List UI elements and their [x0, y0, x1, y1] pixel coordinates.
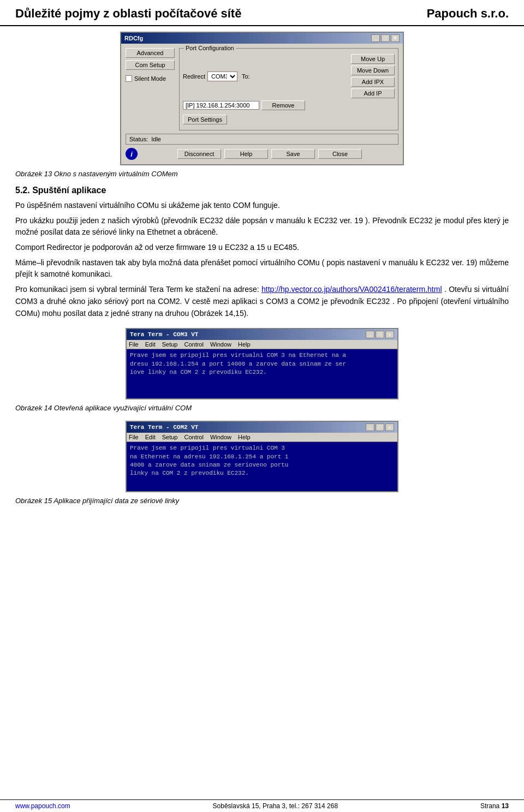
tt1-minimize-button[interactable]: _ [366, 331, 374, 338]
add-ipx-button[interactable]: Add IPX [351, 77, 395, 87]
remove-btn-col: Remove [261, 100, 305, 110]
port-config-group: Port Configuration Redirect COM3 To: Mov… [179, 48, 398, 130]
tt2-screen-line1: Prave jsem se pripojil pres virtualni CO… [130, 444, 394, 452]
brand-name: Papouch s.r.o. [427, 7, 509, 21]
to-label: To: [242, 73, 250, 80]
status-value: Idle [151, 136, 161, 142]
port-config-row2: [IP] 192.168.1.254:3000 Remove [183, 100, 395, 110]
page-footer: www.papouch.com Soběslavská 15, Praha 3,… [0, 799, 524, 812]
rdcfg-window: RDCfg _ □ ✕ Advanced Com Setup [120, 32, 404, 165]
tt1-close-icon[interactable]: ✕ [385, 331, 394, 338]
teraterm2-titlebar-buttons: _ □ ✕ [366, 423, 394, 431]
status-bar: Status: Idle [126, 134, 398, 145]
footer-page: Strana 13 [480, 802, 509, 810]
silent-mode-checkbox[interactable] [126, 75, 132, 82]
section-heading: 5.2. Spuštění aplikace [15, 186, 509, 195]
add-ip-button[interactable]: Add IP [351, 88, 395, 98]
tt2-menu-setup[interactable]: Setup [162, 434, 178, 440]
teraterm2-menubar: File Edit Setup Control Window Help [127, 433, 397, 442]
tt1-screen-line1: Prave jsem se pripojil pres virtualni CO… [130, 351, 394, 360]
help-button[interactable]: Help [224, 149, 268, 159]
ip-field[interactable]: [IP] 192.168.1.254:3000 [183, 101, 259, 110]
paragraph-3: Comport Redirector je podporován až od v… [15, 242, 509, 254]
teraterm-link[interactable]: http://hp.vector.co.jp/authors/VA002416/… [261, 285, 442, 294]
rdcfg-close-button[interactable]: Close [318, 149, 362, 159]
rdcfg-top-section: Advanced Com Setup Silent Mode Port Conf… [126, 48, 398, 130]
tt2-close-icon[interactable]: ✕ [385, 423, 394, 431]
tt2-menu-control[interactable]: Control [184, 434, 203, 440]
tt1-menu-control[interactable]: Control [184, 341, 203, 348]
teraterm1-screen: Prave jsem se pripojil pres virtualni CO… [127, 349, 397, 398]
caption-2: Obrázek 14 Otevřená aplikace využívající… [15, 404, 509, 412]
teraterm2-titlebar: Tera Term - COM2 VT _ □ ✕ [127, 422, 397, 433]
paragraph-4: Máme–li převodník nastaven tak aby byla … [15, 257, 509, 280]
tt2-maximize-button[interactable]: □ [376, 423, 384, 431]
teraterm2-window: Tera Term - COM2 VT _ □ ✕ File Edit Setu… [126, 421, 398, 492]
status-label: Status: [129, 136, 148, 142]
disconnect-button[interactable]: Disconnect [177, 149, 221, 159]
tt1-menu-file[interactable]: File [129, 341, 139, 348]
tt2-minimize-button[interactable]: _ [366, 423, 374, 431]
section-title: Spuštění aplikace [32, 186, 106, 195]
silent-mode-label: Silent Mode [134, 75, 166, 82]
tt2-menu-help[interactable]: Help [238, 434, 251, 440]
tt1-menu-help[interactable]: Help [238, 341, 251, 348]
paragraph-1: Po úspěšném nastavení virtuálního COMu s… [15, 200, 509, 212]
page-header: Důležité pojmy z oblasti počítačové sítě… [0, 0, 524, 26]
section-number: 5.2. [15, 186, 30, 195]
minimize-button[interactable]: _ [371, 34, 380, 42]
remove-button[interactable]: Remove [261, 100, 305, 110]
caption-3: Obrázek 15 Aplikace přijímající data ze … [15, 497, 509, 505]
port-settings-button[interactable]: Port Settings [183, 115, 227, 124]
tt2-menu-file[interactable]: File [129, 434, 139, 440]
teraterm1-titlebar-buttons: _ □ ✕ [366, 331, 394, 338]
tt1-maximize-button[interactable]: □ [376, 331, 384, 338]
rdcfg-bottom-buttons: Disconnect Help Save Close [141, 149, 398, 159]
tt1-screen-line3: iove linky na COM 2 z prevodiku EC232. [130, 368, 394, 377]
teraterm2-title: Tera Term - COM2 VT [130, 424, 198, 431]
tt2-screen-line3: 4000 a zarove data sninam ze serioveno p… [130, 461, 394, 469]
port-config-row1: Redirect COM3 To: Move Up Move Down Add … [183, 54, 395, 98]
move-up-button[interactable]: Move Up [351, 54, 395, 64]
rdcfg-title: RDCfg [124, 35, 143, 41]
teraterm1-menubar: File Edit Setup Control Window Help [127, 340, 397, 349]
footer-website[interactable]: www.papouch.com [15, 802, 70, 810]
info-icon: i [126, 148, 138, 160]
rdcfg-bottom-row: i Disconnect Help Save Close [126, 148, 398, 160]
move-down-button[interactable]: Move Down [351, 65, 395, 75]
save-button[interactable]: Save [271, 149, 315, 159]
teraterm1-title: Tera Term - COM3 VT [130, 331, 198, 338]
teraterm2-screen: Prave jsem se pripojil pres virtualni CO… [127, 442, 397, 491]
com-setup-button[interactable]: Com Setup [126, 60, 175, 70]
caption-1: Obrázek 13 Okno s nastaveným virtuálním … [15, 170, 509, 178]
tt1-screen-line5 [130, 385, 394, 393]
tt1-menu-setup[interactable]: Setup [162, 341, 178, 348]
tt2-screen-line2: na Ethernet na adresu 192.168.1.254 a po… [130, 453, 394, 461]
rdcfg-screenshot-container: RDCfg _ □ ✕ Advanced Com Setup [15, 32, 509, 165]
com-select[interactable]: COM3 [207, 71, 237, 81]
tt2-menu-edit[interactable]: Edit [145, 434, 156, 440]
tt1-screen-line4 [130, 377, 394, 385]
rdcfg-left-buttons: Advanced Com Setup Silent Mode [126, 48, 175, 130]
rdcfg-titlebar-buttons: _ □ ✕ [371, 34, 400, 42]
paragraph-5: Pro komunikaci jsem si vybral terminál T… [15, 284, 509, 319]
tt1-screen-line2: dresu 192.168.1.254 a port 14000 a zarov… [130, 360, 394, 368]
teraterm1-window: Tera Term - COM3 VT _ □ ✕ File Edit Setu… [126, 328, 398, 399]
redirect-label: Redirect [183, 73, 205, 80]
close-icon[interactable]: ✕ [391, 34, 400, 42]
rdcfg-titlebar: RDCfg _ □ ✕ [121, 33, 403, 44]
tt2-screen-line5 [130, 478, 394, 486]
tt2-menu-window[interactable]: Window [210, 434, 231, 440]
teraterm1-titlebar: Tera Term - COM3 VT _ □ ✕ [127, 329, 397, 340]
tt1-menu-window[interactable]: Window [210, 341, 231, 348]
tt2-screen-line4: linky na COM 2 z prevodiku EC232. [130, 469, 394, 477]
rdcfg-body: Advanced Com Setup Silent Mode Port Conf… [121, 44, 403, 164]
paragraph-2: Pro ukázku použiji jeden z našich výrobk… [15, 215, 509, 238]
footer-address: Soběslavská 15, Praha 3, tel.: 267 314 2… [213, 802, 338, 810]
advanced-button[interactable]: Advanced [126, 48, 175, 58]
tt1-menu-edit[interactable]: Edit [145, 341, 156, 348]
silent-mode-row: Silent Mode [126, 75, 175, 82]
port-config-legend: Port Configuration [184, 45, 236, 51]
teraterm2-screenshot-container: Tera Term - COM2 VT _ □ ✕ File Edit Setu… [15, 421, 509, 492]
maximize-button[interactable]: □ [381, 34, 390, 42]
